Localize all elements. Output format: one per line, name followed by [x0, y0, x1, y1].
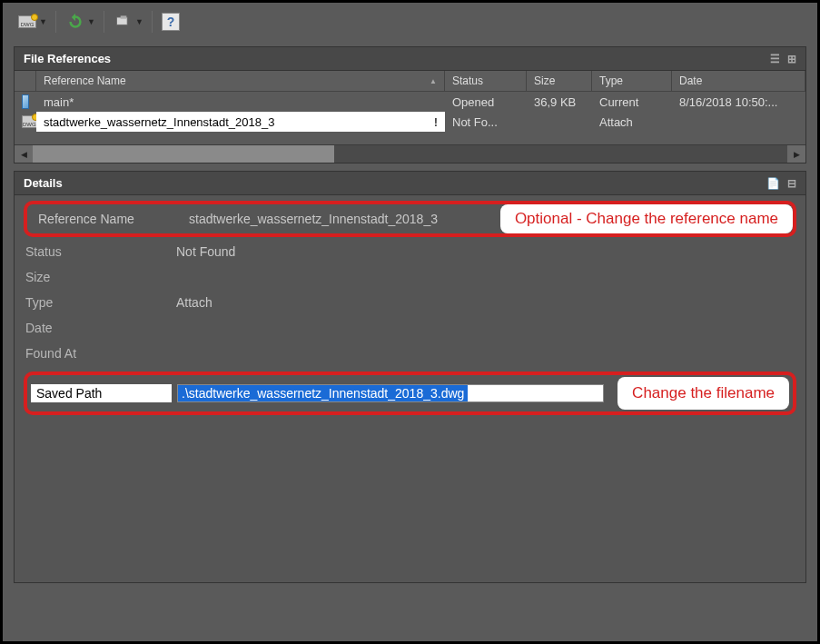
- detail-label: Status: [15, 244, 169, 259]
- detail-label: Size: [15, 270, 169, 284]
- tree-view-icon[interactable]: ⊞: [787, 53, 796, 65]
- refresh-button[interactable]: ▼: [64, 10, 96, 34]
- saved-path-input[interactable]: .\stadtwerke_wassernetz_Innenstadt_2018_…: [177, 384, 604, 402]
- table-header-row: Reference Name ▲ Status Size Type Date: [15, 71, 805, 92]
- file-references-panel: File References ☰ ⊞ Reference Name ▲ Sta…: [14, 46, 806, 163]
- toolbar-separator: [55, 11, 56, 33]
- app-window: DWG ▼ ▼ ▼ ? File References ☰: [0, 0, 820, 644]
- col-date[interactable]: Date: [672, 71, 805, 92]
- scrollbar-track[interactable]: [33, 145, 787, 163]
- detail-label: Saved Path: [31, 384, 172, 402]
- chevron-down-icon: ▼: [39, 17, 46, 26]
- chevron-down-icon: ▼: [87, 17, 94, 26]
- saved-path-value[interactable]: .\stadtwerke_wassernetz_Innenstadt_2018_…: [178, 385, 468, 401]
- detail-row-status: Status Not Found: [15, 239, 805, 264]
- callout-reference-name: Optional - Change the reference name: [500, 204, 793, 233]
- dwg-file-icon: [22, 94, 29, 109]
- path-icon: [114, 12, 133, 32]
- details-header: Details 📄 ⊟: [15, 172, 805, 195]
- panel-title: Details: [24, 176, 63, 190]
- toolbar-separator: [104, 11, 104, 33]
- detail-label: Reference Name: [27, 212, 182, 226]
- file-references-table: Reference Name ▲ Status Size Type Date m…: [15, 71, 805, 163]
- col-reference-name[interactable]: Reference Name ▲: [36, 71, 445, 92]
- saved-path-callout-row: Saved Path .\stadtwerke_wassernetz_Innen…: [24, 372, 796, 415]
- scroll-right-icon[interactable]: ▶: [787, 145, 805, 163]
- detail-row-found-at: Found At: [15, 341, 805, 366]
- refresh-icon: [65, 12, 85, 32]
- toolbar-separator: [152, 11, 153, 33]
- toolbar: DWG ▼ ▼ ▼ ?: [3, 3, 817, 41]
- detail-value[interactable]: stadtwerke_wassernetz_Innenstadt_2018_3: [182, 212, 445, 226]
- help-button[interactable]: ?: [160, 11, 182, 33]
- panel-title: File References: [24, 52, 111, 65]
- callout-filename: Change the filename: [617, 377, 789, 410]
- detail-label: Type: [15, 295, 169, 310]
- scroll-left-icon[interactable]: ◀: [15, 145, 33, 163]
- chevron-down-icon: ▼: [135, 17, 143, 26]
- reference-name-callout-row: Reference Name stadtwerke_wassernetz_Inn…: [24, 201, 796, 237]
- expand-icon[interactable]: ⊟: [787, 177, 796, 190]
- col-type[interactable]: Type: [592, 71, 672, 92]
- detail-row-type: Type Attach: [15, 290, 805, 315]
- attach-dwg-button[interactable]: DWG ▼: [15, 10, 48, 34]
- attach-dwg-icon: DWG: [17, 12, 37, 32]
- dwg-xref-icon: DWG: [22, 115, 36, 128]
- horizontal-scrollbar[interactable]: ◀ ▶: [15, 144, 805, 163]
- scrollbar-thumb[interactable]: [33, 145, 334, 163]
- table-row[interactable]: main* Opened 36,9 KB Current 8/16/2018 1…: [15, 92, 805, 112]
- detail-value: Not Found: [169, 244, 805, 259]
- sort-asc-icon: ▲: [430, 77, 437, 85]
- col-handle: [15, 71, 36, 92]
- open-icon[interactable]: 📄: [766, 177, 780, 190]
- detail-label: Found At: [15, 346, 169, 361]
- detail-row-date: Date: [15, 315, 805, 341]
- list-view-icon[interactable]: ☰: [770, 53, 780, 65]
- path-options-button[interactable]: ▼: [112, 10, 144, 34]
- file-references-header: File References ☰ ⊞: [15, 47, 805, 71]
- details-body: Reference Name stadtwerke_wassernetz_Inn…: [15, 201, 805, 582]
- help-icon: ?: [162, 13, 180, 31]
- col-size[interactable]: Size: [527, 71, 592, 92]
- details-panel: Details 📄 ⊟ Reference Name stadtwerke_wa…: [14, 171, 806, 583]
- col-status[interactable]: Status: [445, 71, 527, 92]
- detail-row-size: Size: [15, 264, 805, 290]
- table-row[interactable]: DWG stadtwerke_wassernetz_Innenstadt_201…: [15, 112, 805, 132]
- detail-label: Date: [15, 321, 169, 335]
- detail-value: Attach: [169, 295, 805, 310]
- warning-icon: !: [434, 115, 438, 129]
